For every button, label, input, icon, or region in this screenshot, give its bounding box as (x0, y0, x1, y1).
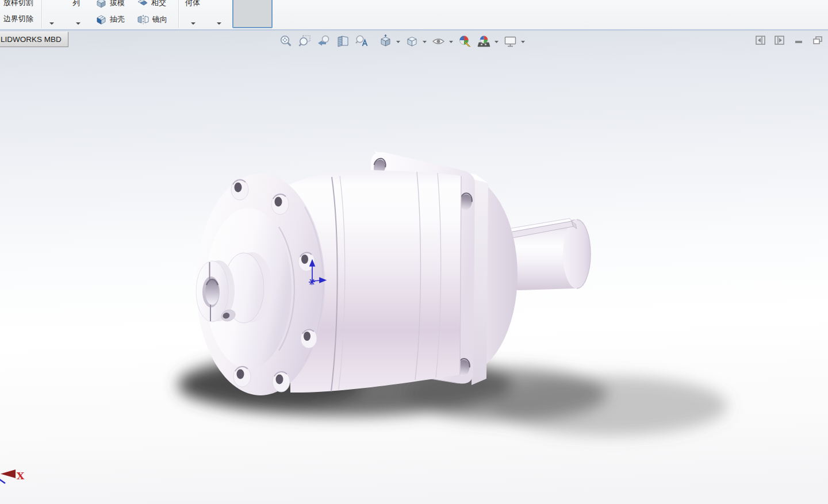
apply-scene-icon[interactable] (477, 34, 490, 48)
previous-view-icon[interactable] (317, 34, 331, 48)
view-settings-icon[interactable] (504, 34, 517, 48)
triad-x-axis-arrow (1, 470, 16, 478)
shell-button[interactable]: 抽壳 (95, 14, 125, 25)
pattern-dropdown-caret-2[interactable] (76, 22, 80, 25)
mirror-label: 镜向 (152, 14, 167, 25)
lofted-cut-label: 放样切割 (3, 0, 33, 8)
intersect-icon (137, 0, 148, 8)
mirror-icon (137, 14, 150, 25)
window-controls (755, 34, 823, 46)
tab-solidworks-mbd[interactable]: LIDWORKS MBD (0, 32, 68, 47)
zoom-to-area-icon[interactable] (298, 34, 312, 48)
hide-show-items-icon[interactable] (432, 34, 445, 48)
reference-triad: X (0, 470, 25, 483)
dynamic-annotation-views-icon[interactable] (355, 34, 369, 48)
gearbox-model-canvas: X (0, 30, 828, 504)
edit-appearance-icon[interactable] (458, 34, 471, 48)
intersect-button[interactable]: 相交 (137, 0, 166, 8)
reference-geometry-flyout-button[interactable]: 何体 (185, 0, 200, 8)
active-tool-button[interactable] (232, 0, 273, 28)
pattern-flyout-button[interactable]: 列 (72, 0, 80, 8)
view-orientation-caret[interactable] (396, 34, 401, 48)
collapse-pane-right-button[interactable] (774, 34, 785, 46)
solidworks-window: X 放样切割 边界切除 列 拔模 (0, 0, 828, 504)
display-style-caret[interactable] (422, 34, 427, 48)
heads-up-view-toolbar (279, 33, 530, 49)
shell-cube-icon (95, 14, 107, 25)
draft-button[interactable]: 拔模 (95, 0, 125, 8)
minimize-button[interactable] (793, 34, 804, 46)
boundary-cut-label: 边界切除 (3, 14, 33, 24)
reference-geometry-label: 何体 (185, 0, 200, 8)
collapse-pane-left-button[interactable] (755, 34, 766, 46)
input-hub (196, 252, 272, 323)
hide-show-items-caret[interactable] (448, 34, 454, 48)
restore-button[interactable] (812, 34, 823, 46)
draft-cube-icon (95, 0, 107, 8)
draft-label: 拔模 (110, 0, 125, 8)
pattern-label: 列 (72, 0, 80, 8)
triad-x-label: X (17, 470, 25, 482)
curves-caret[interactable] (217, 22, 221, 25)
apply-scene-caret[interactable] (494, 34, 499, 48)
display-style-icon[interactable] (405, 34, 419, 48)
mirror-button[interactable]: 镜向 (137, 14, 167, 25)
triad-z-axis (0, 479, 5, 483)
view-settings-caret[interactable] (520, 34, 526, 48)
reference-geometry-caret[interactable] (191, 22, 195, 25)
command-manager: 放样切割 边界切除 列 拔模 抽壳 (0, 0, 828, 30)
pattern-dropdown-caret[interactable] (49, 22, 54, 25)
shell-label: 抽壳 (110, 14, 125, 25)
boundary-cut-button[interactable]: 边界切除 (3, 14, 33, 24)
view-orientation-icon[interactable] (379, 34, 392, 48)
toolbar-separator (178, 0, 179, 28)
tab-label: LIDWORKS MBD (1, 35, 62, 44)
zoom-to-fit-icon[interactable] (279, 34, 293, 48)
intersect-label: 相交 (151, 0, 166, 8)
lofted-cut-button[interactable]: 放样切割 (3, 0, 33, 8)
graphics-viewport[interactable]: X (0, 30, 828, 504)
section-view-icon[interactable] (336, 34, 350, 48)
toolbar-separator (41, 0, 43, 28)
